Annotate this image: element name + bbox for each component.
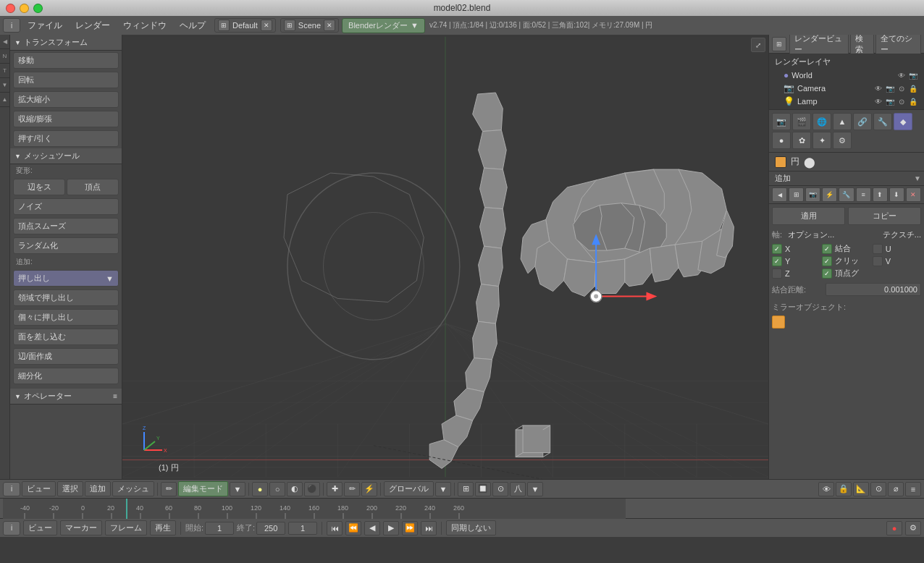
prop-render-icon[interactable]: 📷 — [772, 113, 791, 130]
prop-data-icon[interactable]: ◆ — [894, 113, 912, 130]
add-btn[interactable]: 追加 — [85, 481, 111, 496]
select-btn[interactable]: 選択 — [57, 481, 83, 496]
shading-material[interactable]: ◐ — [287, 482, 303, 496]
scene-icon-left[interactable]: ⊞ — [284, 20, 295, 31]
menu-window[interactable]: ウィンドウ — [117, 18, 172, 33]
mode-btn[interactable]: 編集モード — [178, 481, 228, 496]
bt-overlay-icon[interactable]: 👁 — [818, 482, 834, 496]
end-value[interactable]: 250 — [256, 522, 285, 535]
cb-u[interactable]: U — [873, 243, 921, 254]
viewport[interactable]: ユーザー・平行投影 — [122, 35, 768, 479]
extrude-btn[interactable]: 押し出し ▼ — [13, 270, 119, 287]
mod-ctrl-4[interactable]: ⚡ — [822, 187, 837, 202]
vertex-btn[interactable]: 頂点 — [67, 179, 119, 195]
camera-render-icon[interactable]: 📷 — [885, 83, 895, 93]
prop-texture-icon[interactable]: ✿ — [792, 132, 811, 149]
copy-btn[interactable]: コピー — [848, 207, 921, 225]
move-btn[interactable]: 移動 — [13, 52, 119, 69]
rec-btn[interactable]: ● — [886, 521, 902, 536]
operator-menu-icon[interactable]: ≡ — [113, 392, 117, 400]
cb-u-box[interactable] — [873, 244, 883, 254]
mod-ctrl-6[interactable]: ≡ — [856, 187, 871, 202]
start-value[interactable]: 1 — [205, 522, 234, 535]
rp-icon-grid[interactable]: ⊞ — [772, 37, 786, 51]
bt-record-icon[interactable]: ≡ — [905, 482, 921, 496]
current-value[interactable]: 1 — [288, 522, 317, 535]
prop-scene-icon[interactable]: 🎬 — [792, 113, 811, 130]
outliner-lamp[interactable]: 💡 Lamp 👁 📷 ⊙ 🔒 — [769, 95, 924, 108]
prop-physics-icon[interactable]: ⚙ — [833, 132, 852, 149]
outliner-camera[interactable]: 📷 Camera 👁 📷 ⊙ 🔒 — [769, 82, 924, 95]
inset-btn[interactable]: 面を差し込む — [13, 329, 119, 345]
outliner-world[interactable]: ● World 👁 📷 — [769, 69, 924, 82]
cb-z-box[interactable] — [772, 268, 782, 279]
scale-btn[interactable]: 拡大縮小 — [13, 91, 119, 108]
subdivide-btn[interactable]: 細分化 — [13, 368, 119, 384]
mod-ctrl-8[interactable]: ⬇ — [889, 187, 904, 202]
sidebar-icon-3[interactable]: ▼ — [0, 78, 9, 93]
bt-mesh-display-icon[interactable]: ⊞ — [458, 482, 474, 496]
workspace-selector[interactable]: ⊞ Default ✕ — [214, 18, 276, 33]
sb-marker-btn[interactable]: マーカー — [60, 520, 102, 536]
mod-ctrl-2[interactable]: ⊞ — [789, 187, 804, 202]
extrude-individual-btn[interactable]: 個々に押し出し — [13, 309, 119, 326]
cb-clip[interactable]: ✓ クリッ — [822, 255, 870, 266]
mod-ctrl-5[interactable]: 🔧 — [839, 187, 854, 202]
workspace-icon-left[interactable]: ⊞ — [218, 20, 230, 31]
maximize-button[interactable] — [33, 4, 43, 13]
play-next-frame[interactable]: ⏩ — [402, 521, 418, 536]
bt-anim-icon[interactable]: ⌀ — [888, 482, 904, 496]
mirror-object-swatch[interactable] — [772, 316, 785, 329]
cb-x[interactable]: ✓ X — [772, 243, 820, 254]
shading-render[interactable]: ⚫ — [304, 482, 320, 496]
shading-solid[interactable]: ● — [252, 482, 268, 496]
prop-modifier-icon[interactable]: 🔧 — [873, 113, 892, 130]
sb-icon-btn[interactable]: i — [3, 521, 20, 536]
prop-material-icon[interactable]: ● — [772, 132, 791, 149]
push-btn[interactable]: 押す/引く — [13, 130, 119, 147]
settings-btn[interactable]: ⚙ — [905, 521, 921, 536]
lamp-visibility-icon[interactable]: 👁 — [873, 96, 883, 106]
sb-view-btn[interactable]: ビュー — [23, 520, 57, 536]
world-render-icon[interactable]: 📷 — [908, 70, 918, 80]
cb-merge[interactable]: ✓ 結合 — [822, 243, 870, 254]
shading-wire[interactable]: ○ — [269, 482, 285, 496]
sidebar-icon-2[interactable]: T — [0, 64, 9, 78]
cb-v[interactable]: V — [873, 255, 921, 266]
global-btn[interactable]: グローバル — [384, 481, 434, 496]
bt-render-icon[interactable]: ⊙ — [870, 482, 886, 496]
play-jump-end[interactable]: ⏭ — [421, 521, 437, 536]
bt-pivot-icon[interactable]: ✚ — [327, 482, 343, 496]
camera-extra-icon[interactable]: ⊙ — [896, 83, 907, 93]
bt-snap-icon[interactable]: 🔲 — [475, 482, 491, 496]
cb-z[interactable]: Z — [772, 268, 820, 279]
cb-clip-box[interactable]: ✓ — [822, 256, 832, 266]
lamp-lock-icon[interactable]: 🔒 — [908, 96, 918, 106]
lamp-extra-icon[interactable]: ⊙ — [896, 96, 907, 106]
sync-label[interactable]: 同期しない — [446, 520, 496, 536]
merge-dist-value[interactable]: 0.001000 — [826, 283, 921, 296]
cb-x-box[interactable]: ✓ — [772, 244, 782, 254]
rotate-btn[interactable]: 回転 — [13, 72, 119, 88]
sb-play-btn[interactable]: 再生 — [150, 520, 176, 536]
bt-global-dropdown[interactable]: ▼ — [435, 482, 451, 496]
bt-icon-btn[interactable]: i — [3, 482, 20, 496]
operator-header[interactable]: ▼ オペレーター ≡ — [10, 389, 122, 405]
bt-dropdown-icon[interactable]: ▼ — [230, 482, 245, 496]
smooth-vertex-btn[interactable]: 頂点スムーズ — [13, 218, 119, 234]
sidebar-icon-4[interactable]: ▲ — [0, 93, 9, 107]
cb-vg-box[interactable]: ✓ — [822, 268, 832, 279]
close-button[interactable] — [6, 4, 15, 13]
menu-file[interactable]: ファイル — [22, 18, 68, 33]
extrude-region-btn[interactable]: 領域で押し出し — [13, 289, 119, 306]
mod-ctrl-close[interactable]: ✕ — [906, 187, 921, 202]
apply-btn[interactable]: 適用 — [772, 207, 845, 225]
sidebar-icon-1[interactable]: N — [0, 49, 9, 64]
view-btn[interactable]: ビュー — [22, 481, 56, 496]
camera-lock-icon[interactable]: 🔒 — [908, 83, 918, 93]
randomize-btn[interactable]: ランダム化 — [13, 237, 119, 254]
prop-particles-icon[interactable]: ✦ — [812, 132, 831, 149]
menu-help[interactable]: ヘルプ — [174, 18, 211, 33]
bt-camera-icon[interactable]: 📐 — [853, 482, 869, 496]
sb-frame-btn[interactable]: フレーム — [105, 520, 147, 536]
